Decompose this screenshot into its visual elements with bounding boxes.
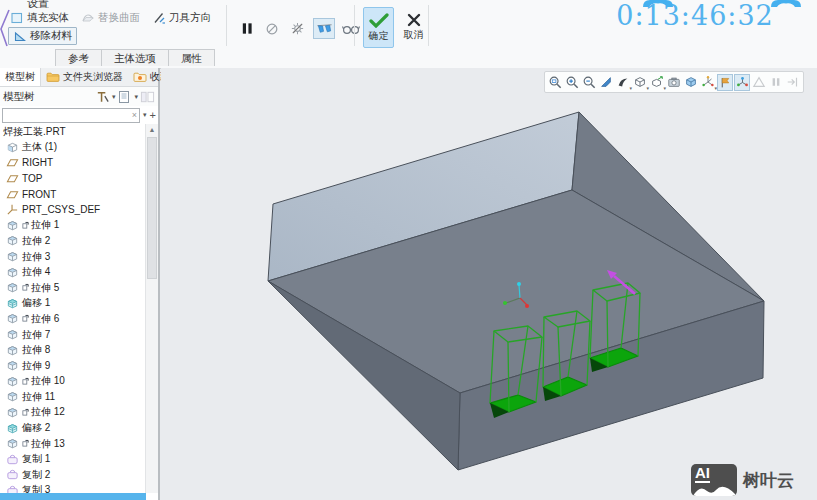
tree-item[interactable]: 拉伸 12 xyxy=(0,405,146,421)
tree-item-label: 拉伸 10 xyxy=(31,374,65,388)
tree-item-label: 复制 1 xyxy=(22,452,50,466)
tree-item-label: 主体 (1) xyxy=(22,140,57,154)
tree-horizontal-scrollbar[interactable] xyxy=(0,493,146,500)
model-tree: 焊接工装.PRT主体 (1)RIGHTTOPFRONTPRT_CSYS_DEF拉… xyxy=(0,124,146,493)
zoom-region-icon[interactable] xyxy=(547,74,563,91)
tree-item[interactable]: 拉伸 11 xyxy=(0,389,146,405)
tree-item[interactable]: 复制 2 xyxy=(0,467,146,483)
base-plate xyxy=(268,112,764,470)
dashboard-tab-properties[interactable]: 属性 xyxy=(168,49,215,66)
tree-item[interactable]: 拉伸 6 xyxy=(0,311,146,327)
ribbon-separator xyxy=(226,5,227,46)
dashboard-tab-body-options[interactable]: 主体选项 xyxy=(101,49,169,66)
tree-item[interactable]: 拉伸 5 xyxy=(0,280,146,296)
recording-timer: 0:13:46:32 xyxy=(610,0,780,31)
extrude-icon xyxy=(6,234,19,247)
tree-item[interactable]: RIGHT xyxy=(0,155,146,171)
tree-search-input[interactable] xyxy=(5,110,132,121)
tree-item[interactable]: 主体 (1) xyxy=(0,140,146,156)
exit-view-icon[interactable] xyxy=(785,74,801,91)
tree-item[interactable]: TOP xyxy=(0,171,146,187)
tool-direction-label: 刀具方向 xyxy=(169,11,211,25)
favorites-folder-icon xyxy=(133,71,147,83)
extrude-icon xyxy=(6,328,19,341)
dropdown-arrow-icon[interactable]: ▾ xyxy=(112,93,116,101)
tree-settings-doc-icon[interactable] xyxy=(117,90,132,104)
datum-display-icon[interactable]: ▾ xyxy=(700,74,716,91)
tree-item[interactable]: 拉伸 2 xyxy=(0,233,146,249)
tool-direction-icon xyxy=(152,11,166,25)
tree-item[interactable]: 拉伸 8 xyxy=(0,342,146,358)
tree-item-label: FRONT xyxy=(22,189,56,200)
tree-item[interactable]: 拉伸 4 xyxy=(0,264,146,280)
offset-icon xyxy=(6,297,19,310)
tab-model-tree[interactable]: 模型树 xyxy=(0,68,41,86)
shading-style-icon[interactable]: ▾ xyxy=(615,74,631,91)
tree-item[interactable]: 拉伸 9 xyxy=(0,358,146,374)
tree-item[interactable]: 焊接工装.PRT xyxy=(0,124,146,140)
tree-item[interactable]: FRONT xyxy=(0,186,146,202)
pause-display-icon[interactable] xyxy=(768,74,784,91)
tab-folder-browser[interactable]: 文件夹浏览器 xyxy=(41,68,128,86)
replace-surface-button[interactable]: 替换曲面 xyxy=(81,11,140,25)
zoom-in-icon[interactable] xyxy=(564,74,580,91)
extrude-icon xyxy=(6,250,19,263)
cancel-button[interactable]: 取消 xyxy=(399,7,428,46)
pause-icon[interactable] xyxy=(238,20,256,37)
tree-item[interactable]: 拉伸 10 xyxy=(0,374,146,390)
perspective-icon[interactable] xyxy=(751,74,767,91)
copy-icon xyxy=(6,453,19,466)
dropdown-arrow-icon[interactable]: ▾ xyxy=(134,93,138,101)
shaded-view-icon[interactable] xyxy=(683,74,699,91)
tree-filters-icon[interactable] xyxy=(95,90,110,104)
confirm-group: 确定 取消 xyxy=(363,7,428,48)
dashboard-tab-references[interactable]: 参考 xyxy=(55,49,102,66)
saved-orientations-icon[interactable]: ▾ xyxy=(649,74,665,91)
ribbon-separator xyxy=(354,5,355,46)
scroll-up-icon[interactable]: ▲ xyxy=(146,124,158,135)
cancel-x-icon xyxy=(407,12,421,27)
graphics-toolbar: ▾▾▾▾ xyxy=(544,71,804,93)
repaint-icon[interactable] xyxy=(598,74,614,91)
clear-search-icon[interactable]: × xyxy=(132,111,137,120)
tree-search-box[interactable]: × xyxy=(2,108,140,123)
scrollbar-thumb[interactable] xyxy=(147,137,157,279)
ok-button[interactable]: 确定 xyxy=(363,7,394,48)
fill-solid-button[interactable]: 填充实体 xyxy=(10,11,69,25)
annotation-display-icon[interactable] xyxy=(717,74,733,91)
extrude-icon xyxy=(6,266,19,279)
search-add-icon[interactable]: + xyxy=(150,110,156,121)
tree-item-label: 拉伸 5 xyxy=(31,281,59,295)
tree-item[interactable]: 拉伸 13 xyxy=(0,436,146,452)
remove-material-button[interactable]: 移除材料 xyxy=(8,27,77,45)
detached-preview-icon[interactable] xyxy=(288,20,306,37)
extrude-icon xyxy=(6,312,19,325)
tree-item[interactable]: 偏移 1 xyxy=(0,296,146,312)
tree-item[interactable]: 拉伸 1 xyxy=(0,218,146,234)
remove-material-icon xyxy=(13,29,27,43)
feature-badge-icon xyxy=(22,221,29,230)
tree-item[interactable]: 拉伸 3 xyxy=(0,249,146,265)
plane-icon xyxy=(6,156,19,169)
tree-item[interactable]: 偏移 2 xyxy=(0,420,146,436)
tree-item[interactable]: 复制 3 xyxy=(0,483,146,493)
tree-item[interactable]: PRT_CSYS_DEF xyxy=(0,202,146,218)
tree-item[interactable]: 复制 1 xyxy=(0,451,146,467)
zoom-out-icon[interactable] xyxy=(581,74,597,91)
tree-vertical-scrollbar[interactable]: ▲ xyxy=(145,124,158,493)
search-dropdown-icon[interactable]: ▾ xyxy=(143,111,147,119)
3d-model-canvas[interactable] xyxy=(161,68,817,500)
offset-icon xyxy=(6,422,19,435)
replace-surface-icon xyxy=(81,11,95,25)
attached-preview-icon[interactable] xyxy=(313,18,335,39)
verify-feature-icon[interactable] xyxy=(342,20,360,37)
no-preview-icon[interactable] xyxy=(263,20,281,37)
tree-item-label: 拉伸 4 xyxy=(22,265,50,279)
spin-center-icon[interactable] xyxy=(734,74,750,91)
show-columns-icon[interactable] xyxy=(140,90,155,104)
view-capture-icon[interactable] xyxy=(666,74,682,91)
tree-item[interactable]: 拉伸 7 xyxy=(0,327,146,343)
tool-direction-button[interactable]: 刀具方向 xyxy=(152,11,211,25)
display-style-icon[interactable]: ▾ xyxy=(632,74,648,91)
3d-viewport[interactable]: ▾▾▾▾ AI 树叶云 xyxy=(161,68,817,500)
